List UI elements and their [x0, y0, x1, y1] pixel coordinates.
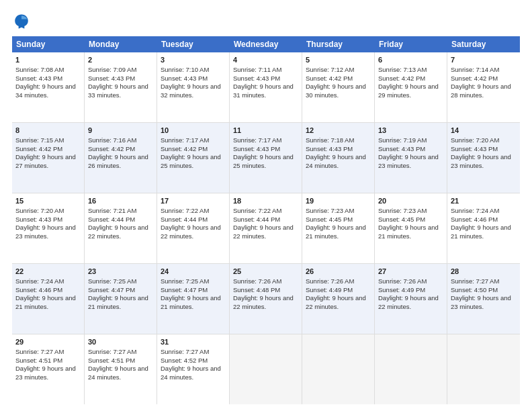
day-cell-17: 17Sunrise: 7:22 AMSunset: 4:44 PMDayligh… — [157, 193, 230, 263]
sunset: Sunset: 4:43 PM — [15, 75, 62, 82]
day-cell-29: 29Sunrise: 7:27 AMSunset: 4:51 PMDayligh… — [12, 334, 85, 404]
day-number: 14 — [451, 126, 517, 136]
daylight: Daylight: 9 hours and 22 minutes. — [306, 294, 366, 310]
day-number: 24 — [161, 267, 226, 277]
day-number: 3 — [161, 55, 226, 65]
daylight: Daylight: 9 hours and 29 minutes. — [378, 83, 439, 99]
daylight: Daylight: 9 hours and 23 minutes. — [451, 153, 511, 169]
daylight: Daylight: 9 hours and 21 minutes. — [88, 294, 148, 310]
daylight: Daylight: 9 hours and 21 minutes. — [451, 224, 511, 240]
sunrise: Sunrise: 7:25 AM — [88, 277, 136, 285]
header — [12, 12, 520, 31]
daylight: Daylight: 9 hours and 25 minutes. — [161, 153, 221, 169]
sunrise: Sunrise: 7:27 AM — [451, 277, 499, 285]
day-number: 18 — [233, 196, 298, 206]
sunrise: Sunrise: 7:19 AM — [378, 136, 427, 144]
day-cell-13: 13Sunrise: 7:19 AMSunset: 4:43 PMDayligh… — [375, 123, 447, 193]
daylight: Daylight: 9 hours and 21 minutes. — [306, 224, 366, 240]
day-number: 7 — [451, 55, 517, 65]
sunrise: Sunrise: 7:26 AM — [378, 277, 427, 285]
day-number: 15 — [15, 196, 81, 206]
daylight: Daylight: 9 hours and 31 minutes. — [233, 83, 294, 99]
sunrise: Sunrise: 7:24 AM — [15, 277, 64, 285]
day-cell-20: 20Sunrise: 7:23 AMSunset: 4:45 PMDayligh… — [375, 193, 447, 263]
sunrise: Sunrise: 7:10 AM — [161, 66, 209, 73]
sunset: Sunset: 4:48 PM — [233, 286, 280, 293]
day-cell-3: 3Sunrise: 7:10 AMSunset: 4:43 PMDaylight… — [157, 52, 230, 122]
daylight: Daylight: 9 hours and 25 minutes. — [233, 153, 294, 169]
calendar: SundayMondayTuesdayWednesdayThursdayFrid… — [12, 36, 520, 404]
day-number: 22 — [15, 267, 81, 277]
day-number: 6 — [378, 55, 443, 65]
sunrise: Sunrise: 7:23 AM — [306, 207, 354, 214]
day-cell-25: 25Sunrise: 7:26 AMSunset: 4:48 PMDayligh… — [230, 264, 302, 334]
sunset: Sunset: 4:49 PM — [378, 286, 425, 293]
sunset: Sunset: 4:45 PM — [306, 216, 353, 223]
day-number: 8 — [15, 126, 81, 136]
day-cell-16: 16Sunrise: 7:21 AMSunset: 4:44 PMDayligh… — [85, 193, 157, 263]
sunrise: Sunrise: 7:26 AM — [306, 277, 354, 285]
header-day-friday: Friday — [375, 36, 447, 52]
day-number: 17 — [161, 196, 226, 206]
sunrise: Sunrise: 7:08 AM — [15, 66, 64, 73]
sunrise: Sunrise: 7:14 AM — [451, 66, 499, 73]
day-cell-11: 11Sunrise: 7:17 AMSunset: 4:43 PMDayligh… — [230, 123, 302, 193]
sunset: Sunset: 4:51 PM — [88, 357, 135, 364]
day-number: 23 — [88, 267, 153, 277]
daylight: Daylight: 9 hours and 21 minutes. — [161, 294, 221, 310]
sunrise: Sunrise: 7:27 AM — [88, 348, 136, 355]
logo-icon — [12, 12, 31, 31]
sunset: Sunset: 4:49 PM — [306, 286, 353, 293]
sunrise: Sunrise: 7:09 AM — [88, 66, 136, 73]
sunset: Sunset: 4:43 PM — [233, 145, 280, 152]
day-cell-4: 4Sunrise: 7:11 AMSunset: 4:43 PMDaylight… — [230, 52, 302, 122]
sunset: Sunset: 4:42 PM — [15, 145, 62, 152]
daylight: Daylight: 9 hours and 27 minutes. — [15, 153, 76, 169]
day-cell-6: 6Sunrise: 7:13 AMSunset: 4:42 PMDaylight… — [375, 52, 447, 122]
sunrise: Sunrise: 7:27 AM — [15, 348, 64, 355]
calendar-week-1: 1Sunrise: 7:08 AMSunset: 4:43 PMDaylight… — [12, 52, 520, 123]
sunset: Sunset: 4:42 PM — [161, 145, 208, 152]
empty-cell — [447, 334, 520, 404]
sunrise: Sunrise: 7:23 AM — [378, 207, 427, 214]
day-number: 12 — [306, 126, 371, 136]
sunset: Sunset: 4:44 PM — [161, 216, 208, 223]
day-number: 5 — [306, 55, 371, 65]
header-day-saturday: Saturday — [447, 36, 520, 52]
sunrise: Sunrise: 7:17 AM — [233, 136, 281, 144]
sunset: Sunset: 4:46 PM — [15, 286, 62, 293]
sunrise: Sunrise: 7:18 AM — [306, 136, 354, 144]
day-number: 13 — [378, 126, 443, 136]
day-number: 16 — [88, 196, 153, 206]
day-cell-30: 30Sunrise: 7:27 AMSunset: 4:51 PMDayligh… — [85, 334, 157, 404]
daylight: Daylight: 9 hours and 26 minutes. — [88, 153, 148, 169]
daylight: Daylight: 9 hours and 34 minutes. — [15, 83, 76, 99]
sunrise: Sunrise: 7:12 AM — [306, 66, 354, 73]
day-number: 27 — [378, 267, 443, 277]
day-number: 20 — [378, 196, 443, 206]
calendar-body: 1Sunrise: 7:08 AMSunset: 4:43 PMDaylight… — [12, 52, 520, 404]
day-number: 10 — [161, 126, 226, 136]
logo — [12, 12, 34, 31]
day-cell-31: 31Sunrise: 7:27 AMSunset: 4:52 PMDayligh… — [157, 334, 230, 404]
daylight: Daylight: 9 hours and 21 minutes. — [15, 294, 76, 310]
empty-cell — [302, 334, 375, 404]
day-number: 25 — [233, 267, 298, 277]
day-cell-23: 23Sunrise: 7:25 AMSunset: 4:47 PMDayligh… — [85, 264, 157, 334]
sunset: Sunset: 4:43 PM — [451, 145, 498, 152]
day-cell-14: 14Sunrise: 7:20 AMSunset: 4:43 PMDayligh… — [447, 123, 520, 193]
sunrise: Sunrise: 7:17 AM — [161, 136, 209, 144]
daylight: Daylight: 9 hours and 33 minutes. — [88, 83, 148, 99]
daylight: Daylight: 9 hours and 28 minutes. — [451, 83, 511, 99]
sunrise: Sunrise: 7:13 AM — [378, 66, 427, 73]
sunset: Sunset: 4:47 PM — [161, 286, 208, 293]
sunrise: Sunrise: 7:15 AM — [15, 136, 64, 144]
daylight: Daylight: 9 hours and 24 minutes. — [161, 365, 221, 381]
empty-cell — [230, 334, 302, 404]
daylight: Daylight: 9 hours and 32 minutes. — [161, 83, 221, 99]
calendar-week-4: 22Sunrise: 7:24 AMSunset: 4:46 PMDayligh… — [12, 264, 520, 334]
day-number: 29 — [15, 337, 81, 347]
daylight: Daylight: 9 hours and 22 minutes. — [88, 224, 148, 240]
day-cell-9: 9Sunrise: 7:16 AMSunset: 4:42 PMDaylight… — [85, 123, 157, 193]
header-day-sunday: Sunday — [12, 36, 85, 52]
